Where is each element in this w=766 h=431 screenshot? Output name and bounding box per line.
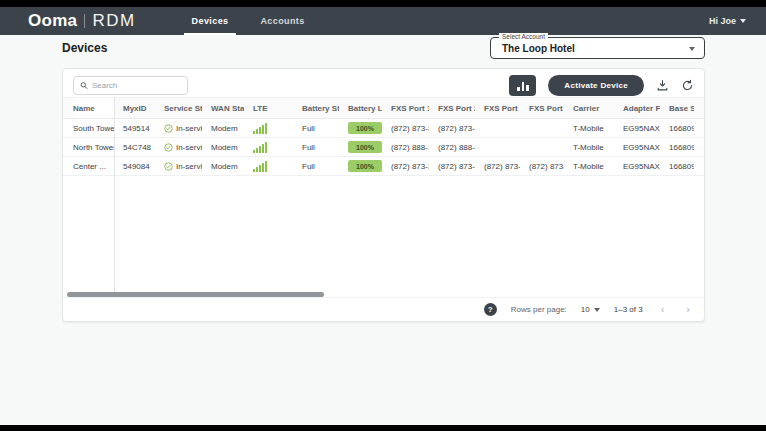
cell-carrier: T-Mobile [564, 143, 614, 152]
cell-fxs-port-2: (872) 873-30... [429, 162, 475, 171]
check-circle-icon [164, 143, 173, 152]
logo-divider [84, 14, 85, 28]
cell-service-status: In-service [155, 143, 202, 152]
column-header-battery-level[interactable]: Battery Level [339, 104, 382, 113]
table-row[interactable]: South Tower549514In-serviceModemFull100%… [63, 119, 704, 138]
lte-signal-icon [253, 161, 267, 172]
page-title: Devices [62, 41, 107, 55]
toolbar-actions: Activate Device [509, 75, 694, 96]
check-circle-icon [164, 124, 173, 133]
nav-tabs: DevicesAccounts [176, 7, 321, 35]
battery-level-badge: 100% [348, 122, 382, 134]
ooma-rdm-logo: Ooma RDM [28, 11, 136, 31]
cell-battery-state: Full [293, 143, 339, 152]
cell-name: South Tower [73, 124, 114, 133]
help-icon[interactable]: ? [484, 303, 497, 316]
logo-ooma: Ooma [28, 11, 77, 31]
cell-base-station: 166809235 ... [660, 124, 694, 133]
top-navbar: Ooma RDM DevicesAccounts Hi Joe [0, 7, 766, 35]
cell-battery-level: 100% [339, 160, 382, 172]
bar-chart-button[interactable] [509, 75, 536, 96]
cell-lte [244, 161, 293, 172]
activate-device-button[interactable]: Activate Device [548, 75, 644, 96]
cell-adapter-firmware: EG95NAXDG... [614, 162, 660, 171]
column-header-name[interactable]: Name [73, 98, 114, 118]
logo-rdm: RDM [92, 11, 135, 31]
rows-per-page-label: Rows per page: [511, 305, 567, 314]
account-select-label: Select Account [499, 33, 548, 41]
chevron-down-icon [689, 47, 695, 51]
column-header-fxs-port-1[interactable]: FXS Port 1 [382, 104, 429, 113]
cell-fxs-port-2: (872) 873-30... [429, 124, 475, 133]
search-box[interactable] [73, 76, 188, 95]
table-body: South Tower549514In-serviceModemFull100%… [63, 119, 704, 176]
rows-per-page-select[interactable]: 10 [581, 305, 600, 314]
user-menu-label: Hi Joe [709, 16, 736, 26]
cell-fxs-port-2: (872) 888-10... [429, 143, 475, 152]
pagination-bar: ? Rows per page: 10 1–3 of 3 ‹ › [63, 297, 704, 321]
lte-signal-icon [253, 123, 267, 134]
download-button[interactable] [656, 79, 669, 92]
pinned-column-divider [114, 97, 115, 292]
table-row[interactable]: North Tower54C748In-serviceModemFull100%… [63, 138, 704, 157]
cell-battery-level: 100% [339, 141, 382, 153]
column-header-base-station[interactable]: Base Station [660, 104, 694, 113]
cell-base-station: 166809235 ... [660, 143, 694, 152]
column-header-myxid[interactable]: MyxID [114, 104, 155, 113]
screen-bottom-edge [0, 425, 766, 431]
previous-page-button[interactable]: ‹ [661, 304, 665, 315]
column-header-fxs-port-2[interactable]: FXS Port 2 [429, 104, 475, 113]
chevron-down-icon [740, 19, 746, 23]
cell-fxs-port-4: (872) 873-30... [520, 162, 564, 171]
account-select[interactable]: Select Account The Loop Hotel [490, 37, 705, 59]
cell-wan-status: Modem [202, 124, 244, 133]
chevron-down-icon [594, 308, 600, 312]
cell-fxs-port-1: (872) 873-30... [382, 124, 429, 133]
user-menu[interactable]: Hi Joe [709, 16, 746, 26]
bar-chart-icon [517, 87, 520, 91]
cell-lte [244, 142, 293, 153]
column-header-battery-state[interactable]: Battery State [293, 104, 339, 113]
rows-per-page-value: 10 [581, 305, 590, 314]
horizontal-scrollbar [63, 292, 704, 297]
nav-tab-accounts[interactable]: Accounts [244, 7, 320, 35]
column-header-wan-status[interactable]: WAN Status [202, 104, 244, 113]
screen-top-edge [0, 0, 766, 7]
column-header-adapter-firmware[interactable]: Adapter Firmw... [614, 104, 660, 113]
cell-adapter-firmware: EG95NAXDG... [614, 124, 660, 133]
column-header-fxs-port-3[interactable]: FXS Port 3 [475, 104, 520, 113]
devices-table: NameMyxIDService StatusWAN StatusLTEBatt… [63, 97, 704, 297]
cell-myxid: 54C748 [114, 143, 155, 152]
cell-fxs-port-1: (872) 888-12... [382, 143, 429, 152]
cell-base-station: 166809235 ... [660, 162, 694, 171]
cell-carrier: T-Mobile [564, 124, 614, 133]
horizontal-scrollbar-thumb[interactable] [67, 292, 324, 297]
table-header-row: NameMyxIDService StatusWAN StatusLTEBatt… [63, 97, 704, 119]
cell-service-status: In-service [155, 124, 202, 133]
column-header-service-status[interactable]: Service Status [155, 104, 202, 113]
search-icon [80, 81, 88, 90]
cell-fxs-port-1: (872) 873-30... [382, 162, 429, 171]
next-page-button[interactable]: › [686, 304, 690, 315]
column-header-carrier[interactable]: Carrier [564, 104, 614, 113]
cell-service-status: In-service [155, 162, 202, 171]
devices-card: Activate Device NameMyxIDService StatusW… [62, 68, 705, 322]
cell-carrier: T-Mobile [564, 162, 614, 171]
cell-wan-status: Modem [202, 162, 244, 171]
cell-battery-level: 100% [339, 122, 382, 134]
cell-name: North Tower [73, 143, 114, 152]
cell-battery-state: Full [293, 162, 339, 171]
cell-battery-state: Full [293, 124, 339, 133]
pagination-controls: ‹ › [661, 304, 690, 315]
battery-level-badge: 100% [348, 141, 382, 153]
nav-tab-devices[interactable]: Devices [176, 7, 245, 35]
table-row[interactable]: Center ...549084In-serviceModemFull100%(… [63, 157, 704, 176]
download-icon [656, 79, 669, 92]
column-header-lte[interactable]: LTE [244, 104, 293, 113]
lte-signal-icon [253, 142, 267, 153]
refresh-button[interactable] [681, 79, 694, 92]
column-header-fxs-port-4[interactable]: FXS Port 4 [520, 104, 564, 113]
cell-wan-status: Modem [202, 143, 244, 152]
search-input[interactable] [92, 81, 181, 90]
cell-lte [244, 123, 293, 134]
